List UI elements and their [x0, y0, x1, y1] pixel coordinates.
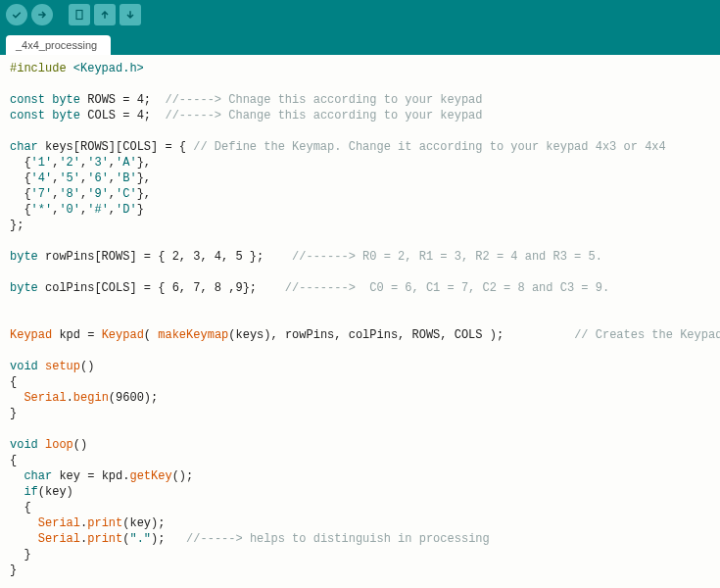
save-button[interactable]: [120, 4, 141, 25]
open-button[interactable]: [94, 4, 116, 25]
tok-chr: '7': [31, 187, 53, 201]
tok-char: char: [10, 140, 38, 154]
tok: },: [137, 172, 151, 185]
tok-chr: '0': [59, 203, 80, 217]
tok-serial: Serial: [24, 391, 66, 405]
arrow-right-icon: [36, 9, 48, 21]
tok: }: [137, 203, 144, 217]
tok-cols-decl: COLS = 4;: [80, 109, 165, 122]
tok: {: [10, 187, 31, 201]
tok-cmt: //-------> C0 = 6, C1 = 7, C2 = 8 and C3…: [285, 281, 609, 295]
verify-button[interactable]: [6, 4, 27, 25]
tok: key = kpd.: [52, 469, 129, 483]
tok: [10, 485, 24, 499]
tok-print: print: [87, 532, 122, 546]
tok-byte: byte: [52, 109, 80, 122]
tok-header: <Keypad.h>: [73, 62, 144, 75]
tok: },: [137, 156, 151, 170]
tok: {: [10, 156, 31, 170]
arrow-up-icon: [99, 9, 111, 21]
tok-char: char: [24, 469, 52, 483]
tok: [10, 391, 24, 405]
tok: {: [10, 203, 31, 217]
tok-include: #include: [10, 62, 67, 75]
tok: },: [137, 187, 151, 201]
tok-chr: '1': [31, 156, 53, 170]
tok: {: [10, 501, 31, 514]
tok-const: const: [10, 93, 45, 107]
tok-chr: 'C': [116, 187, 137, 201]
code-editor[interactable]: #include <Keypad.h> const byte ROWS = 4;…: [0, 55, 720, 588]
tok-cmt: //-----> Change this according to your k…: [165, 109, 482, 122]
tok: (key);: [122, 516, 165, 530]
tok: };: [10, 219, 24, 232]
tok: .: [67, 391, 73, 405]
tok-colpins: colPins[COLS] = { 6, 7, 8 ,9};: [38, 281, 285, 295]
new-button[interactable]: [69, 4, 90, 25]
tok: (key): [38, 485, 73, 499]
tok-serial: Serial: [38, 532, 80, 546]
tok-void: void: [10, 360, 38, 373]
tok-getkey: getKey: [129, 469, 171, 483]
upload-button[interactable]: [31, 4, 53, 25]
tok-print: print: [87, 516, 122, 530]
tok: [10, 532, 38, 546]
tab-sketch[interactable]: _4x4_processing: [6, 35, 111, 55]
tok: (9600);: [109, 391, 158, 405]
tab-strip: _4x4_processing: [0, 29, 720, 55]
tok-keys: keys[ROWS][COLS] = {: [38, 140, 193, 154]
tok: {: [10, 375, 17, 389]
tok: (): [73, 438, 87, 452]
tok-chr: 'B': [116, 172, 137, 185]
tok-serial: Serial: [38, 516, 80, 530]
tok-cmt: //------> R0 = 2, R1 = 3, R2 = 4 and R3 …: [292, 250, 602, 264]
tok-void: void: [10, 438, 38, 452]
tok-cmt: // Define the Keymap. Change it accordin…: [193, 140, 665, 154]
tok-str: ".": [129, 532, 151, 546]
tok-keypad: Keypad: [102, 328, 144, 342]
tok: (: [144, 328, 158, 342]
tok: {: [10, 172, 31, 185]
tok-cmt: // Creates the Keypad: [574, 328, 720, 342]
tok-byte: byte: [10, 281, 38, 295]
tok-cmt: //-----> Chnage this according to your k…: [165, 93, 482, 107]
tok-rowpins: rowPins[ROWS] = { 2, 3, 4, 5 };: [38, 250, 292, 264]
tok-byte: byte: [10, 250, 38, 264]
tok-begin: begin: [73, 391, 109, 405]
tok-chr: '4': [31, 172, 53, 185]
tok-if: if: [24, 485, 37, 499]
file-icon: [73, 9, 85, 21]
tok: {: [10, 454, 17, 467]
tok: kpd =: [52, 328, 101, 342]
tok: ();: [172, 469, 194, 483]
arrow-down-icon: [124, 9, 136, 21]
tok: [10, 469, 24, 483]
tok-keypad: Keypad: [10, 328, 52, 342]
tok: );: [151, 532, 186, 546]
tok-loop: loop: [38, 438, 73, 452]
toolbar: [0, 0, 720, 29]
tok-chr: '3': [87, 156, 109, 170]
tok-chr: '*': [31, 203, 53, 217]
tok-rows-decl: ROWS = 4;: [80, 93, 165, 107]
tok-chr: '9': [87, 187, 109, 201]
tok-chr: '6': [87, 172, 109, 185]
tok-chr: '8': [59, 187, 80, 201]
tok-chr: '5': [59, 172, 80, 185]
tok: (keys), rowPins, colPins, ROWS, COLS );: [228, 328, 574, 342]
tok-chr: 'D': [116, 203, 137, 217]
tok-setup: setup: [38, 360, 80, 373]
tok: }: [10, 407, 17, 420]
check-icon: [11, 9, 23, 21]
tok: (): [80, 360, 94, 373]
tok-chr: 'A': [116, 156, 137, 170]
tok: [10, 516, 38, 530]
svg-rect-0: [76, 11, 82, 20]
tok-chr: '#': [87, 203, 109, 217]
tok-chr: '2': [59, 156, 80, 170]
tok-byte: byte: [52, 93, 80, 107]
tok-cmt: //-----> helps to distinguish in process…: [186, 532, 490, 546]
tok: }: [10, 564, 17, 577]
tok-makekeymap: makeKeymap: [158, 328, 228, 342]
tok: }: [10, 548, 31, 562]
